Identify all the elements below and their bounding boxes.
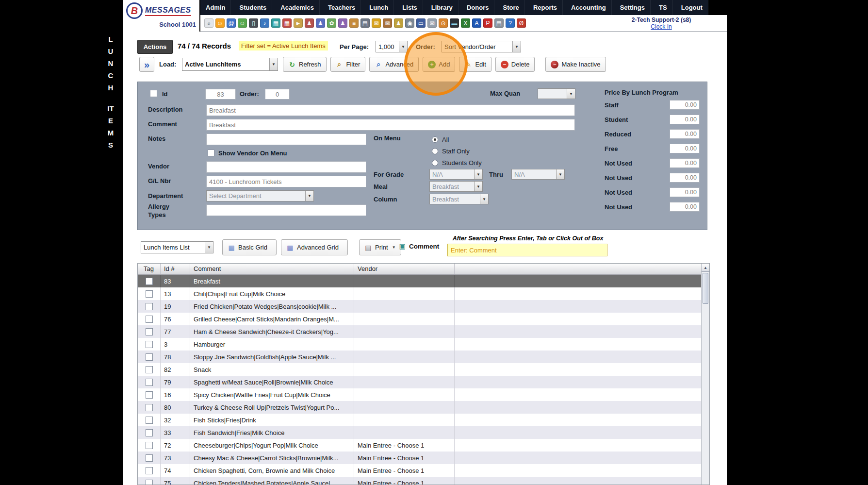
- table-row[interactable]: 77 Ham & Cheese Sandwich|Cheeze-it Crack…: [138, 325, 701, 338]
- row-checkbox[interactable]: [146, 454, 153, 462]
- price-input[interactable]: 0.00: [670, 173, 700, 183]
- nav-item[interactable]: Donors: [461, 0, 495, 15]
- scroll-up-arrow-icon[interactable]: [702, 264, 709, 272]
- student-add-icon[interactable]: ♟: [305, 18, 314, 28]
- allergy-types-input[interactable]: [206, 204, 366, 216]
- radio-button-icon[interactable]: [432, 136, 438, 143]
- comment-button[interactable]: ▣ Comment: [398, 242, 439, 250]
- order-input[interactable]: 0: [265, 89, 290, 100]
- max-quan-select[interactable]: [538, 88, 575, 99]
- nav-item[interactable]: TS: [654, 0, 673, 15]
- row-checkbox[interactable]: [146, 341, 153, 348]
- at-sign-icon[interactable]: @: [227, 18, 236, 28]
- row-checkbox[interactable]: [146, 417, 153, 424]
- row-checkbox[interactable]: [146, 480, 153, 485]
- speaker-icon[interactable]: ♪: [260, 18, 269, 28]
- lunch-icon[interactable]: ≡: [349, 18, 359, 28]
- meal-select[interactable]: Breakfast: [429, 181, 483, 192]
- row-checkbox[interactable]: [146, 467, 153, 474]
- load-expand-button[interactable]: »: [139, 57, 154, 72]
- green-smiley-icon[interactable]: ☺: [238, 18, 247, 28]
- pdf-icon[interactable]: P: [483, 18, 492, 28]
- table-row[interactable]: 73 Cheesy Mac & Cheese|Carrot Sticks|Bro…: [138, 452, 701, 464]
- price-input[interactable]: 0.00: [670, 100, 700, 110]
- nav-item[interactable]: Admin: [200, 0, 231, 15]
- thru-select[interactable]: N/A: [511, 169, 565, 180]
- order-select[interactable]: Sort Vendor/Order: [442, 41, 521, 52]
- table-row[interactable]: 79 Spaghetti w/Meat Sauce|Roll|Brownie|M…: [138, 376, 701, 388]
- advanced-grid-button[interactable]: ▦ Advanced Grid: [281, 239, 348, 255]
- excel-icon[interactable]: X: [461, 18, 470, 28]
- filter-button[interactable]: ⌕ Filter: [330, 57, 366, 72]
- load-select[interactable]: Active LunchItems: [182, 58, 278, 71]
- monitor-icon[interactable]: ▭: [416, 18, 426, 28]
- column-select[interactable]: Breakfast: [429, 194, 489, 204]
- scrollbar-thumb[interactable]: [703, 273, 708, 304]
- table-scrollbar[interactable]: [701, 264, 709, 485]
- calendar-icon[interactable]: ▦: [282, 18, 292, 28]
- comment-input[interactable]: Breakfast: [206, 119, 575, 131]
- table-row[interactable]: 75 Chicken Tenders|Mashed Potatoes|Apple…: [138, 477, 701, 485]
- price-input[interactable]: 0.00: [670, 144, 700, 153]
- row-checkbox[interactable]: [146, 404, 153, 411]
- smiley-icon[interactable]: ☺: [215, 18, 225, 28]
- table-row[interactable]: 80 Turkey & Cheese Roll Up|Pretzels Twis…: [138, 401, 701, 414]
- edit-button[interactable]: ✎ Edit: [459, 57, 491, 72]
- clock-icon[interactable]: ⊙: [439, 18, 448, 28]
- per-page-select[interactable]: 1,000: [376, 41, 408, 52]
- description-input[interactable]: Breakfast: [206, 104, 575, 116]
- nav-item[interactable]: Academics: [275, 0, 320, 15]
- word-icon[interactable]: A: [472, 18, 481, 28]
- mail-gold-icon[interactable]: ✉: [372, 18, 381, 28]
- price-input[interactable]: 0.00: [670, 115, 700, 124]
- row-checkbox[interactable]: [146, 353, 153, 361]
- table-row[interactable]: 32 Fish Sticks|Fries|Drink: [138, 414, 701, 426]
- printer-icon[interactable]: ▤: [494, 18, 504, 28]
- table-row[interactable]: 76 Grilled Cheese|Carrot Sticks|Mandarin…: [138, 313, 701, 325]
- make-inactive-button[interactable]: − Make Inactive: [545, 57, 606, 72]
- notes-input[interactable]: [206, 134, 366, 145]
- table-row[interactable]: 82 Snack: [138, 363, 701, 376]
- megaphone-icon[interactable]: ►: [294, 18, 303, 28]
- for-grade-select[interactable]: N/A: [429, 169, 483, 180]
- table-row[interactable]: 3 Hamburger: [138, 338, 701, 351]
- basic-grid-button[interactable]: ▦ Basic Grid: [222, 239, 277, 255]
- person-gold-icon[interactable]: ♟: [394, 18, 403, 28]
- list-view-select[interactable]: Lunch Items List: [141, 241, 213, 253]
- on-menu-option[interactable]: Staff Only: [432, 145, 482, 157]
- screen-icon[interactable]: ▬: [450, 18, 459, 28]
- row-checkbox[interactable]: [146, 278, 153, 285]
- on-menu-option[interactable]: Students Only: [432, 157, 482, 168]
- price-input[interactable]: 0.00: [670, 187, 700, 197]
- row-checkbox[interactable]: [146, 366, 153, 373]
- mail-icon[interactable]: ✉: [427, 18, 437, 28]
- table-row[interactable]: 78 Sloppy Joe Sandwich|Goldfish|Apple Sa…: [138, 351, 701, 363]
- row-checkbox[interactable]: [146, 391, 153, 399]
- radio-button-icon[interactable]: [432, 160, 438, 166]
- price-input[interactable]: 0.00: [670, 202, 700, 212]
- nav-item[interactable]: Students: [234, 0, 273, 15]
- id-input[interactable]: 83: [205, 89, 236, 100]
- nav-item[interactable]: Logout: [676, 0, 708, 15]
- table-row[interactable]: 72 Cheeseburger|Chips|Yogurt Pop|Milk Ch…: [138, 439, 701, 452]
- table-row[interactable]: 33 Fish Sandwich|Fries|Milk Choice: [138, 426, 701, 439]
- price-input[interactable]: 0.00: [670, 158, 700, 168]
- vendor-input[interactable]: [206, 161, 366, 173]
- table-row[interactable]: 74 Chicken Spaghetti, Corn, Brownie and …: [138, 464, 701, 477]
- people-search-icon[interactable]: ♟: [338, 18, 347, 28]
- row-checkbox[interactable]: [146, 316, 153, 323]
- student-icon[interactable]: ♟: [316, 18, 325, 28]
- spreadsheet-icon[interactable]: ▦: [271, 18, 280, 28]
- refresh-button[interactable]: ↻ Refresh: [283, 57, 327, 72]
- clock-in-link[interactable]: Clock In: [618, 23, 705, 30]
- nav-item[interactable]: Lists: [397, 0, 423, 15]
- delete-button[interactable]: − Delete: [495, 57, 535, 72]
- id-checkbox[interactable]: [150, 90, 157, 97]
- table-row[interactable]: 16 Spicy Chicken|Waffle Fries|Fruit Cup|…: [138, 388, 701, 401]
- help-icon[interactable]: ?: [506, 18, 515, 28]
- row-checkbox[interactable]: [146, 429, 153, 436]
- table-row[interactable]: 19 Fried Chicken|Potato Wedges|Beans|coo…: [138, 300, 701, 313]
- leaf-icon[interactable]: ✿: [327, 18, 336, 28]
- mobile-phone-icon[interactable]: ▯: [249, 18, 258, 28]
- row-checkbox[interactable]: [146, 442, 153, 449]
